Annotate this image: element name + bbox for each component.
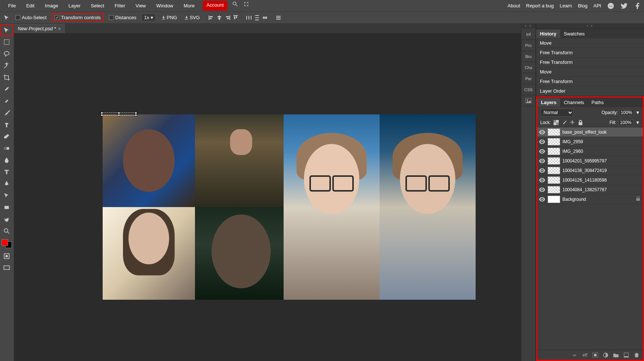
link-report-bug[interactable]: Report a bug xyxy=(526,3,554,8)
adjustment-layer-icon[interactable] xyxy=(602,352,609,358)
type-tool[interactable] xyxy=(0,166,13,178)
history-item[interactable]: Move xyxy=(536,38,644,48)
menu-layer[interactable]: Layer xyxy=(64,1,86,11)
facebook-icon[interactable] xyxy=(634,2,641,10)
foreground-color[interactable] xyxy=(1,239,8,246)
layer-row[interactable]: Background xyxy=(537,195,643,204)
layer-row[interactable]: IMG_2960 xyxy=(537,147,643,156)
layer-mask-icon[interactable] xyxy=(592,352,599,358)
eraser-tool[interactable] xyxy=(0,131,13,142)
fill-input[interactable]: 100% xyxy=(619,119,633,126)
clone-tool[interactable] xyxy=(0,119,13,131)
layer-thumbnail[interactable] xyxy=(548,128,560,136)
marquee-tool[interactable] xyxy=(0,36,13,48)
channels-tab[interactable]: Channels xyxy=(560,98,588,107)
menu-select[interactable]: Select xyxy=(86,1,109,11)
blend-mode-select[interactable]: Normal xyxy=(540,109,573,117)
lock-paint-icon[interactable] xyxy=(561,120,567,126)
menu-filter[interactable]: Filter xyxy=(109,1,130,11)
panel-collapse-icon[interactable]: ‹ › xyxy=(521,24,535,29)
visibility-icon[interactable] xyxy=(539,186,545,193)
layer-thumbnail[interactable] xyxy=(548,186,560,193)
character-tab[interactable]: Cha xyxy=(521,62,535,73)
layer-row[interactable]: base_post_effect_look xyxy=(537,127,643,137)
link-api[interactable]: API xyxy=(593,3,601,8)
visibility-icon[interactable] xyxy=(539,158,545,164)
path-select-tool[interactable] xyxy=(0,190,13,202)
dropdown-icon[interactable]: ▼ xyxy=(636,120,640,125)
close-icon[interactable]: × xyxy=(58,26,61,32)
align-top-icon[interactable] xyxy=(232,14,239,21)
layer-row[interactable]: IMG_2959 xyxy=(537,137,643,147)
image-tab[interactable] xyxy=(521,95,535,106)
history-item[interactable]: Free Transform xyxy=(536,58,644,67)
more-options-icon[interactable] xyxy=(275,14,282,21)
history-item[interactable]: Layer Order xyxy=(536,86,644,96)
layer-thumbnail[interactable] xyxy=(548,138,560,145)
export-svg-button[interactable]: SVG xyxy=(182,14,201,21)
layer-row[interactable]: 10004136_308472419 xyxy=(537,166,643,175)
distances-checkbox[interactable]: Distances xyxy=(107,14,138,21)
twitter-icon[interactable] xyxy=(620,2,628,10)
lock-move-icon[interactable] xyxy=(569,120,575,126)
dropdown-icon[interactable]: ▼ xyxy=(636,110,640,115)
align-right-icon[interactable] xyxy=(224,14,231,21)
info-tab[interactable]: Inf xyxy=(521,29,535,40)
opacity-input[interactable]: 100% xyxy=(619,109,634,116)
layer-row[interactable]: 10004201_595995797 xyxy=(537,156,643,166)
transform-controls-checkbox[interactable]: Transform controls xyxy=(52,13,104,22)
visibility-icon[interactable] xyxy=(539,167,545,174)
distribute-h-icon[interactable] xyxy=(246,14,252,21)
hand-tool[interactable] xyxy=(0,213,13,225)
layer-thumbnail[interactable] xyxy=(548,176,560,184)
menu-window[interactable]: Window xyxy=(151,1,178,11)
auto-select-checkbox[interactable]: Auto-Select xyxy=(14,14,48,21)
search-icon[interactable] xyxy=(232,1,239,7)
distribute-v-icon[interactable] xyxy=(254,14,260,21)
new-layer-icon[interactable] xyxy=(623,352,630,358)
lasso-tool[interactable] xyxy=(0,48,13,60)
panel-collapse-icon[interactable]: › ‹ xyxy=(536,24,644,29)
ratio-select[interactable]: 1x ▾ xyxy=(141,14,155,21)
align-center-h-icon[interactable] xyxy=(216,14,223,21)
align-left-icon[interactable] xyxy=(208,14,215,21)
css-tab[interactable]: CSS xyxy=(521,84,535,95)
delete-layer-icon[interactable] xyxy=(633,352,640,358)
history-item[interactable]: Move xyxy=(536,67,644,77)
shape-tool[interactable] xyxy=(0,202,13,213)
screenmode-tool[interactable] xyxy=(0,262,13,274)
menu-edit[interactable]: Edit xyxy=(21,1,40,11)
layers-tab[interactable]: Layers xyxy=(537,98,560,107)
layer-row[interactable]: 10004084_138257787 xyxy=(537,185,643,195)
visibility-icon[interactable] xyxy=(539,138,545,145)
properties-tab[interactable]: Pro xyxy=(521,40,535,51)
new-folder-icon[interactable] xyxy=(613,352,619,358)
eyedropper-tool[interactable] xyxy=(0,83,13,95)
link-blog[interactable]: Blog xyxy=(578,3,588,8)
menu-more[interactable]: More xyxy=(178,1,200,11)
layer-row[interactable]: 10004126_141180598 xyxy=(537,175,643,185)
canvas-viewport[interactable] xyxy=(14,33,521,361)
quickmask-tool[interactable] xyxy=(0,250,13,262)
menu-file[interactable]: File xyxy=(3,1,21,11)
zoom-tool[interactable] xyxy=(0,225,13,237)
fullscreen-icon[interactable] xyxy=(243,1,250,7)
lock-all-icon[interactable] xyxy=(578,120,583,126)
link-learn[interactable]: Learn xyxy=(560,3,572,8)
distribute-spacing-icon[interactable] xyxy=(262,14,268,21)
layer-thumbnail[interactable] xyxy=(548,157,560,165)
gradient-tool[interactable] xyxy=(0,142,13,154)
swatches-tab[interactable]: Swatches xyxy=(560,30,588,38)
visibility-icon[interactable] xyxy=(539,196,545,203)
paths-tab[interactable]: Paths xyxy=(588,98,607,107)
move-tool[interactable] xyxy=(0,24,13,36)
menu-account[interactable]: Account xyxy=(203,1,227,11)
document-tab[interactable]: New Project.psd * × xyxy=(14,24,65,33)
visibility-icon[interactable] xyxy=(539,177,545,183)
pen-tool[interactable] xyxy=(0,178,13,190)
history-item[interactable]: Free Transform xyxy=(536,48,644,58)
history-tab[interactable]: History xyxy=(536,30,560,38)
visibility-icon[interactable] xyxy=(539,129,545,135)
blur-tool[interactable] xyxy=(0,154,13,166)
link-layers-icon[interactable]: ∞ xyxy=(571,352,578,358)
